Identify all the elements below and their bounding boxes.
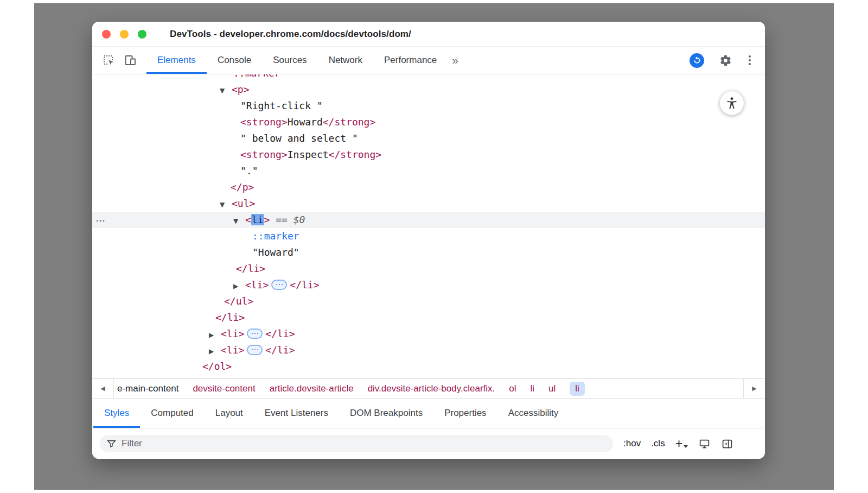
breadcrumb-item[interactable]: div.devsite-article-body.clearfix. [368,383,495,394]
tab-sources[interactable]: Sources [262,47,317,74]
dom-tree-row[interactable]: ::marker [92,74,765,81]
token-blue: ::marker [252,230,299,242]
token-tag: </li> [215,312,245,323]
toggle-element-state-button[interactable]: :hov [623,438,641,449]
token-tag: </strong> [323,116,376,128]
tab-console[interactable]: Console [207,47,262,74]
token-arrow: ▶ [233,278,245,294]
token-sel: li [251,214,264,225]
token-text: "." [240,165,258,176]
breadcrumb-scroll-left-button[interactable]: ◀ [92,379,114,398]
tab-event-listeners[interactable]: Event Listeners [254,399,339,428]
row-overflow-dots[interactable]: ... [96,211,105,227]
dom-tree-row[interactable]: ▶<li>⋯</li> [92,342,765,358]
token-tag: <p> [232,84,250,95]
dock-side-icon[interactable] [721,438,733,450]
collapsed-content-icon[interactable]: ⋯ [247,345,263,355]
toolbar-right [690,53,756,68]
inspect-icon[interactable] [101,53,116,68]
dom-tree-row[interactable]: ::marker [92,228,765,244]
settings-gear-icon[interactable] [718,53,733,68]
token-dollar: $0 [293,214,305,225]
dom-tree-row[interactable]: "Howard" [92,244,765,261]
tab-performance[interactable]: Performance [373,47,448,74]
collapsed-content-icon[interactable]: ⋯ [247,328,263,339]
titlebar: DevTools - developer.chrome.com/docs/dev… [92,22,765,47]
dom-tree-row[interactable]: </li> [92,261,765,277]
token-arrow: ▼ [220,83,232,99]
dom-tree-row[interactable]: "." [92,163,765,179]
token-tag: > [264,214,270,225]
dom-tree-row[interactable]: <strong>Howard</strong> [92,114,765,130]
token-tag: </li> [236,263,265,274]
breadcrumb: e-main-contentdevsite-contentarticle.dev… [114,382,743,396]
tab-computed[interactable]: Computed [140,399,204,428]
dom-tree-row[interactable]: </li> [92,309,765,326]
dom-tree-row[interactable]: </ol> [92,358,765,375]
token-text: Howard [288,116,323,128]
dom-tree-row[interactable]: <strong>Inspect</strong> [92,147,765,163]
breadcrumb-item[interactable]: e-main-content [117,383,178,394]
token-tag: </strong> [329,149,382,160]
dom-tree-row[interactable]: ...▼<li> == $0 [92,212,765,228]
accessibility-button[interactable] [720,91,744,115]
rendering-monitor-icon[interactable] [698,438,711,450]
devtools-toolbar: ElementsConsoleSourcesNetworkPerformance… [92,47,765,74]
token-tag: </ol> [202,361,232,372]
tab-layout[interactable]: Layout [205,399,254,428]
tab-elements[interactable]: Elements [146,47,207,74]
token-arrow: ▼ [233,213,245,229]
token-tag: < [245,214,251,225]
breadcrumb-item[interactable]: li [570,382,585,396]
token-tag: <ul> [232,198,255,209]
breadcrumb-item[interactable]: li [531,383,535,394]
breadcrumb-item[interactable]: devsite-content [193,383,255,394]
token-arrow: ▼ [220,197,232,213]
dom-tree-row[interactable]: </p> [92,179,765,195]
dom-tree-row[interactable]: " below and select " [92,130,765,147]
zoom-button[interactable] [138,30,146,39]
device-toolbar-icon[interactable] [123,53,138,68]
filter-placeholder: Filter [122,438,142,449]
token-arrow: ▶ [209,327,221,343]
breadcrumb-item[interactable]: ul [548,383,556,394]
token-tag: </li> [265,344,295,356]
new-style-rule-button[interactable]: + [675,438,688,449]
window-title: DevTools - developer.chrome.com/docs/dev… [170,29,411,40]
dom-tree-row[interactable]: </ul> [92,293,765,309]
tab-network[interactable]: Network [318,47,373,74]
more-tabs-icon[interactable]: » [452,54,458,67]
dom-tree-row[interactable]: ▶<li>⋯</li> [92,326,765,342]
overflow-menu-icon[interactable] [746,53,753,67]
tab-accessibility[interactable]: Accessibility [497,399,570,428]
styles-filter-bar: Filter :hov .cls + [92,428,765,459]
dom-tree-row[interactable]: "Right-click " [92,98,765,114]
token-tag: <strong> [240,116,288,128]
sync-icon[interactable] [690,53,704,68]
tab-properties[interactable]: Properties [433,399,497,428]
token-tag: </li> [265,328,295,339]
dom-tree-row[interactable]: ▼<ul> [92,195,765,212]
token-tag: </p> [231,181,254,193]
dom-tree-row[interactable]: ▼<p> [92,81,765,98]
token-text: Inspect [288,149,329,160]
plus-icon: + [675,438,682,449]
token-text: " below and select " [240,132,358,144]
breadcrumb-scroll-right-button[interactable]: ▶ [743,379,765,398]
token-muted: == [270,214,293,225]
devtools-window: DevTools - developer.chrome.com/docs/dev… [92,22,765,459]
breadcrumb-bar: ◀ e-main-contentdevsite-contentarticle.d… [92,378,765,398]
token-tag: <strong> [240,149,288,160]
token-tag: <li> [221,328,244,339]
minimize-button[interactable] [120,30,129,39]
filter-input[interactable]: Filter [100,435,613,452]
collapsed-content-icon[interactable]: ⋯ [271,280,287,290]
breadcrumb-item[interactable]: ol [509,383,516,394]
tab-styles[interactable]: Styles [93,399,140,428]
dom-tree-row[interactable]: ▶<li>⋯</li> [92,277,765,293]
tab-dom-breakpoints[interactable]: DOM Breakpoints [339,399,433,428]
close-button[interactable] [102,30,111,39]
token-text: "Right-click " [240,100,323,111]
element-classes-button[interactable]: .cls [651,438,665,449]
breadcrumb-item[interactable]: article.devsite-article [270,383,354,394]
